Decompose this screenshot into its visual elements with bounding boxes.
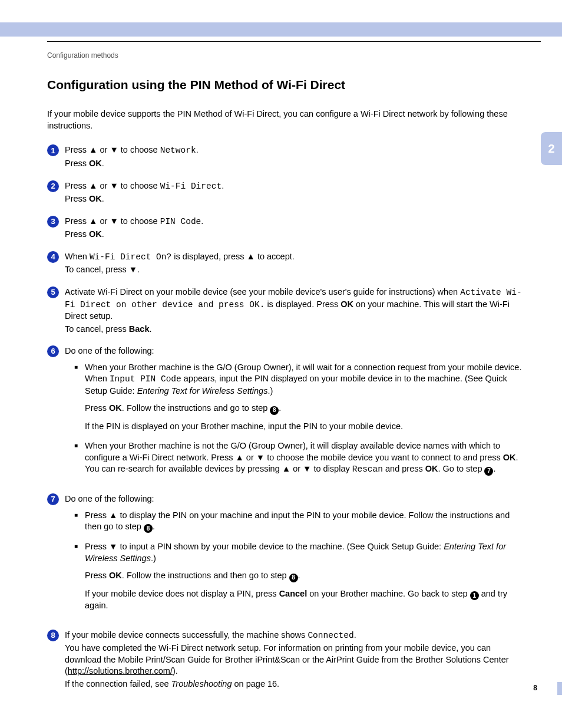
- step-line: Do one of the following:: [65, 345, 527, 357]
- page-title: Configuration using the PIN Method of Wi…: [47, 77, 527, 93]
- step-number-badge: 8: [47, 630, 59, 641]
- step-3: 3 Press ▲ or ▼ to choose PIN Code. Press…: [47, 216, 527, 242]
- step-line: Press ▲ or ▼ to choose Network.: [65, 144, 527, 157]
- down-arrow-icon: ▼: [129, 265, 137, 274]
- down-arrow-icon: ▼: [256, 453, 265, 462]
- bullet-item: When your Brother machine is the G/O (Gr…: [74, 362, 527, 433]
- step-number-badge: 3: [47, 216, 59, 228]
- up-arrow-icon: ▲: [89, 181, 97, 190]
- bullet-item: When your Brother machine is not the G/O…: [74, 440, 527, 476]
- step-2: 2 Press ▲ or ▼ to choose Wi-Fi Direct. P…: [47, 180, 527, 206]
- step-line: Press OK.: [65, 193, 527, 205]
- step-line: Press OK.: [65, 158, 527, 170]
- header-rule: [47, 41, 541, 42]
- step-ref-icon: 8: [270, 406, 279, 415]
- solutions-link[interactable]: http://solutions.brother.com/: [68, 666, 173, 676]
- step-line: Do one of the following:: [65, 493, 527, 505]
- down-arrow-icon: ▼: [109, 542, 117, 551]
- up-arrow-icon: ▲: [235, 453, 243, 462]
- step-ref-icon: 7: [484, 467, 493, 476]
- up-arrow-icon: ▲: [89, 145, 97, 154]
- page-number: 8: [533, 683, 537, 693]
- intro-paragraph: If your mobile device supports the PIN M…: [47, 108, 527, 131]
- up-arrow-icon: ▲: [109, 510, 117, 520]
- step-ref-icon: 8: [144, 524, 153, 533]
- step-6: 6 Do one of the following: When your Bro…: [47, 345, 527, 484]
- step-number-badge: 5: [47, 286, 59, 298]
- step-4: 4 When Wi-Fi Direct On? is displayed, pr…: [47, 251, 527, 277]
- step-line: You have completed the Wi-Fi Direct netw…: [65, 643, 527, 677]
- step-8: 8 If your mobile device connects success…: [47, 630, 527, 691]
- step-ref-icon: 8: [289, 574, 298, 582]
- step-line: Press OK.: [65, 229, 527, 241]
- step-number-badge: 4: [47, 251, 59, 263]
- step-number-badge: 6: [47, 345, 59, 357]
- step-number-badge: 7: [47, 493, 59, 505]
- bullet-item: Press ▲ to display the PIN on your machi…: [74, 510, 527, 533]
- bullet-item: Press ▼ to input a PIN shown by your mob…: [74, 541, 527, 611]
- step-line: If the connection failed, see Troublesho…: [65, 678, 527, 690]
- step-1: 1 Press ▲ or ▼ to choose Network. Press …: [47, 144, 527, 170]
- down-arrow-icon: ▼: [110, 216, 118, 226]
- header-bar: [0, 22, 562, 37]
- step-5: 5 Activate Wi-Fi Direct on your mobile d…: [47, 286, 527, 336]
- down-arrow-icon: ▼: [303, 464, 311, 473]
- step-line: Press ▲ or ▼ to choose PIN Code.: [65, 216, 527, 228]
- up-arrow-icon: ▲: [282, 464, 290, 473]
- down-arrow-icon: ▼: [110, 145, 118, 154]
- breadcrumb: Configuration methods: [47, 51, 118, 60]
- down-arrow-icon: ▼: [110, 181, 118, 190]
- up-arrow-icon: ▲: [247, 252, 255, 261]
- step-ref-icon: 1: [470, 591, 479, 600]
- step-line: If your mobile device connects successfu…: [65, 630, 527, 642]
- step-7: 7 Do one of the following: Press ▲ to di…: [47, 493, 527, 620]
- chapter-tab: 2: [541, 132, 562, 165]
- step-number-badge: 2: [47, 180, 59, 192]
- step-line: To cancel, press ▼.: [65, 264, 527, 276]
- up-arrow-icon: ▲: [89, 216, 97, 226]
- step-line: Activate Wi-Fi Direct on your mobile dev…: [65, 286, 527, 322]
- page-content: Configuration using the PIN Method of Wi…: [47, 77, 527, 700]
- step-line: Press ▲ or ▼ to choose Wi-Fi Direct.: [65, 180, 527, 193]
- step-number-badge: 1: [47, 144, 59, 156]
- step-line: When Wi-Fi Direct On? is displayed, pres…: [65, 251, 527, 263]
- page-number-tab: [557, 682, 562, 695]
- step-line: To cancel, press Back.: [65, 324, 527, 335]
